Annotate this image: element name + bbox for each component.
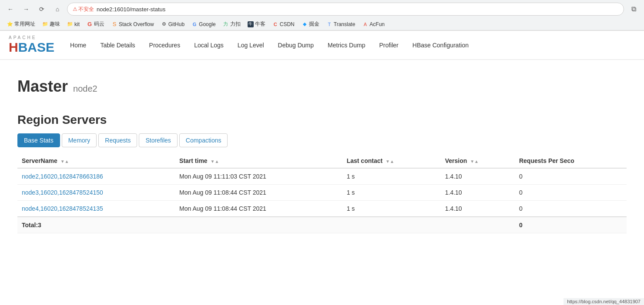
nav-links: Home Table Details Procedures Local Logs… bbox=[63, 33, 644, 57]
bookmark-acfun[interactable]: A AcFun bbox=[359, 20, 387, 28]
total-label: Total:3 bbox=[17, 217, 515, 233]
total-requests: 0 bbox=[515, 217, 627, 233]
bookmark-label-juejin: 掘金 bbox=[309, 20, 319, 28]
bookmark-icon-acfun: A bbox=[362, 21, 368, 27]
bookmark-github[interactable]: ⚙ GitHub bbox=[158, 20, 187, 28]
bookmark-label-niuke: 牛客 bbox=[255, 20, 265, 28]
nav-home[interactable]: Home bbox=[63, 33, 93, 57]
region-servers-table: ServerName ▼▲ Start time ▼▲ Last contact… bbox=[17, 154, 627, 233]
sort-icon-version[interactable]: ▼▲ bbox=[470, 159, 479, 164]
bookmark-label-changyong: 常用网址 bbox=[14, 20, 35, 28]
bookmark-label-translate: Translate bbox=[334, 21, 356, 27]
table-row: node2,16020,1628478663186 Mon Aug 09 11:… bbox=[17, 168, 627, 185]
browser-titlebar: ← → ⟳ ⌂ ⚠ 不安全 node2:16010/master-status … bbox=[0, 0, 644, 18]
tab-base-stats[interactable]: Base Stats bbox=[17, 133, 60, 147]
forward-button[interactable]: → bbox=[20, 3, 32, 15]
tabs-container: Base Stats Memory Requests Storefiles Co… bbox=[17, 133, 627, 147]
table-header: ServerName ▼▲ Start time ▼▲ Last contact… bbox=[17, 154, 627, 168]
home-button[interactable]: ⌂ bbox=[51, 3, 64, 15]
sort-icon-last-contact[interactable]: ▼▲ bbox=[386, 159, 394, 164]
insecure-label: 不安全 bbox=[78, 6, 94, 13]
hbase-logo: APACHE HBASE bbox=[0, 31, 63, 59]
hbase-name-rest: BASE bbox=[18, 40, 54, 55]
bookmark-quwei[interactable]: 📁 趣味 bbox=[40, 20, 63, 29]
col-version: Version ▼▲ bbox=[441, 154, 515, 168]
sort-icon-start-time[interactable]: ▼▲ bbox=[211, 159, 219, 164]
nav-log-level[interactable]: Log Level bbox=[231, 33, 271, 57]
page-title: Master node2 bbox=[17, 77, 627, 96]
nav-procedures[interactable]: Procedures bbox=[142, 33, 188, 57]
cell-version-2: 1.4.10 bbox=[441, 201, 515, 217]
col-start-time: Start time ▼▲ bbox=[175, 154, 342, 168]
bookmark-niuke[interactable]: 牛 牛客 bbox=[245, 20, 268, 29]
bookmark-icon-stackoverflow: S bbox=[111, 21, 117, 27]
bookmark-label-likou: 力扣 bbox=[230, 20, 241, 28]
bookmark-mayun[interactable]: G 码云 bbox=[84, 20, 107, 29]
bookmark-icon-csdn: C bbox=[272, 21, 278, 27]
bookmark-stackoverflow[interactable]: S Stack Overflow bbox=[109, 20, 157, 28]
cell-start-time-1: Mon Aug 09 11:08:44 CST 2021 bbox=[175, 185, 342, 201]
bookmark-label-stackoverflow: Stack Overflow bbox=[119, 21, 154, 27]
bookmark-label-acfun: AcFun bbox=[369, 21, 385, 27]
bookmark-csdn[interactable]: C CSDN bbox=[270, 20, 297, 28]
bookmarks-bar: ⭐ 常用网址 📁 趣味 📁 kit G 码云 S Stack Overflow … bbox=[0, 18, 644, 30]
server-link-1[interactable]: node3,16020,1628478524150 bbox=[22, 189, 103, 196]
cell-version-1: 1.4.10 bbox=[441, 185, 515, 201]
bookmark-label-mayun: 码云 bbox=[94, 20, 104, 28]
bookmark-icon-quwei: 📁 bbox=[42, 21, 48, 27]
bookmark-icon-niuke: 牛 bbox=[248, 21, 254, 27]
nav-hbase-config[interactable]: HBase Configuration bbox=[406, 33, 476, 57]
bookmark-icon-changyong: ⭐ bbox=[7, 21, 13, 27]
page-title-section: Master node2 bbox=[17, 69, 627, 100]
master-title: Master bbox=[17, 77, 68, 96]
bookmark-likou[interactable]: 力 力扣 bbox=[220, 20, 243, 29]
bookmark-translate[interactable]: T Translate bbox=[324, 20, 358, 28]
col-requests-per-sec: Requests Per Seco bbox=[515, 154, 627, 168]
col-server-name: ServerName ▼▲ bbox=[17, 154, 175, 168]
apache-label: APACHE bbox=[9, 35, 54, 40]
tab-storefiles[interactable]: Storefiles bbox=[139, 133, 177, 147]
nav-local-logs[interactable]: Local Logs bbox=[187, 33, 231, 57]
cell-server-name-0: node2,16020,1628478663186 bbox=[17, 168, 175, 185]
bookmark-icon-google: G bbox=[191, 21, 198, 27]
bookmark-kit[interactable]: 📁 kit bbox=[64, 20, 82, 28]
nav-profiler[interactable]: Profiler bbox=[372, 33, 405, 57]
bookmark-juejin[interactable]: ◆ 掘金 bbox=[299, 20, 322, 29]
tab-compactions[interactable]: Compactions bbox=[179, 133, 228, 147]
bookmark-icon-juejin: ◆ bbox=[302, 21, 308, 27]
server-link-2[interactable]: node4,16020,1628478524135 bbox=[22, 205, 103, 212]
table-body: node2,16020,1628478663186 Mon Aug 09 11:… bbox=[17, 168, 627, 233]
cell-last-contact-0: 1 s bbox=[342, 168, 441, 185]
sort-icon-server-name[interactable]: ▼▲ bbox=[60, 159, 69, 164]
reload-button[interactable]: ⟳ bbox=[36, 3, 48, 15]
tab-requests[interactable]: Requests bbox=[98, 133, 137, 147]
cell-server-name-2: node4,16020,1628478524135 bbox=[17, 201, 175, 217]
grid-icon[interactable]: ⧉ bbox=[627, 3, 640, 15]
url-text[interactable]: node2:16010/master-status bbox=[97, 6, 165, 13]
bookmark-google[interactable]: G Google bbox=[189, 20, 218, 28]
bookmark-changyon[interactable]: ⭐ 常用网址 bbox=[4, 20, 38, 29]
browser-chrome: ← → ⟳ ⌂ ⚠ 不安全 node2:16010/master-status … bbox=[0, 0, 644, 31]
cell-requests-0: 0 bbox=[515, 168, 627, 185]
bookmark-label-github: GitHub bbox=[168, 21, 184, 27]
server-link-0[interactable]: node2,16020,1628478663186 bbox=[22, 173, 103, 180]
master-subtitle: node2 bbox=[73, 84, 97, 94]
nav-metrics-dump[interactable]: Metrics Dump bbox=[321, 33, 372, 57]
back-button[interactable]: ← bbox=[4, 3, 17, 15]
bookmark-label-kit: kit bbox=[74, 21, 80, 27]
total-row: Total:3 0 bbox=[17, 217, 627, 233]
table-row: node4,16020,1628478524135 Mon Aug 09 11:… bbox=[17, 201, 627, 217]
cell-server-name-1: node3,16020,1628478524150 bbox=[17, 185, 175, 201]
bookmark-label-csdn: CSDN bbox=[280, 21, 295, 27]
cell-start-time-0: Mon Aug 09 11:11:03 CST 2021 bbox=[175, 168, 342, 185]
cell-version-0: 1.4.10 bbox=[441, 168, 515, 185]
tab-memory[interactable]: Memory bbox=[62, 133, 97, 147]
bookmark-icon-mayun: G bbox=[87, 21, 93, 27]
bookmark-icon-translate: T bbox=[326, 21, 332, 27]
region-servers-heading: Region Servers bbox=[17, 113, 627, 127]
address-bar[interactable]: ⚠ 不安全 node2:16010/master-status bbox=[67, 3, 624, 16]
nav-debug-dump[interactable]: Debug Dump bbox=[271, 33, 321, 57]
nav-table-details[interactable]: Table Details bbox=[93, 33, 142, 57]
hbase-nav: APACHE HBASE Home Table Details Procedur… bbox=[0, 31, 644, 60]
col-last-contact: Last contact ▼▲ bbox=[342, 154, 441, 168]
